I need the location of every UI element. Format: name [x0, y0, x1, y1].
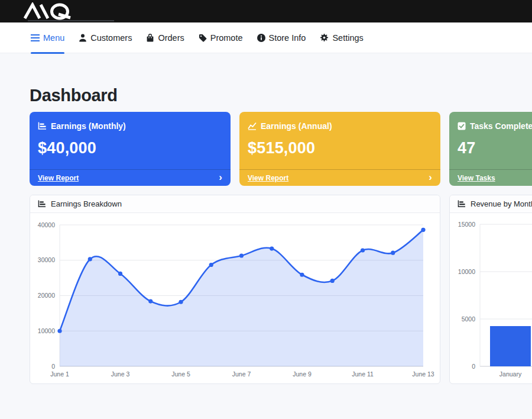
nav-label: Customers: [90, 33, 132, 43]
svg-text:5000: 5000: [462, 315, 476, 323]
line-chart-icon: [248, 122, 257, 130]
person-icon: [79, 34, 87, 42]
bar-chart-icon: [458, 200, 466, 208]
main-nav: Menu Customers Orders Promote Store Info: [0, 22, 532, 53]
earnings-breakdown-card: Earnings Breakdown 010000200003000040000…: [30, 195, 440, 384]
svg-text:June 5: June 5: [171, 370, 190, 378]
stat-card-value: 47: [458, 139, 532, 157]
page-title: Dashboard: [30, 86, 532, 105]
stat-card-title: Tasks Completed: [470, 121, 532, 131]
revenue-by-month-card: Revenue by Month 050001000015000January: [449, 195, 532, 384]
nav-label: Menu: [43, 33, 64, 43]
gear-icon: [320, 33, 329, 42]
tag-icon: [199, 34, 207, 42]
svg-text:June 7: June 7: [232, 370, 251, 378]
svg-text:June 1: June 1: [50, 370, 69, 378]
stat-card-footer: View Report ›: [239, 169, 440, 186]
view-report-link[interactable]: View Report: [248, 174, 288, 182]
brand-logo-icon[interactable]: [22, 2, 82, 20]
svg-text:0: 0: [51, 363, 55, 370]
stat-card-footer: View Tasks ›: [449, 169, 532, 186]
bar-chart-icon: [38, 122, 47, 130]
stat-card-title: Earnings (Annual): [261, 121, 332, 131]
stat-card-footer: View Report ›: [30, 169, 231, 186]
svg-text:June 3: June 3: [111, 370, 130, 378]
chart-card-header: Revenue by Month: [450, 195, 532, 213]
nav-item-store-info[interactable]: Store Info: [257, 22, 306, 53]
top-app-bar: [0, 0, 532, 22]
stat-cards-row: Earnings (Monthly) $40,000 View Report ›…: [30, 112, 532, 186]
hamburger-icon: [31, 34, 40, 41]
earnings-breakdown-chart: 010000200003000040000June 1June 3June 5J…: [30, 213, 440, 383]
svg-text:40000: 40000: [38, 221, 55, 228]
info-icon: [257, 34, 265, 42]
nav-label: Orders: [158, 33, 184, 43]
stat-card-title: Earnings (Monthly): [51, 121, 126, 131]
svg-text:June 13: June 13: [412, 370, 434, 378]
chart-card-header: Earnings Breakdown: [30, 195, 440, 213]
nav-label: Settings: [332, 33, 363, 43]
revenue-by-month-chart: 050001000015000January: [450, 213, 532, 383]
nav-label: Promote: [210, 33, 243, 43]
nav-item-settings[interactable]: Settings: [320, 22, 363, 53]
svg-text:30000: 30000: [38, 256, 55, 263]
logo-underline-divider: [28, 20, 114, 21]
stat-card-earnings-monthly: Earnings (Monthly) $40,000 View Report ›: [30, 112, 231, 186]
svg-text:June 9: June 9: [293, 370, 312, 378]
view-report-link[interactable]: View Report: [38, 174, 79, 182]
bag-icon: [146, 34, 154, 42]
svg-text:10000: 10000: [38, 327, 55, 334]
view-tasks-link[interactable]: View Tasks: [458, 174, 495, 182]
nav-label: Store Info: [269, 33, 306, 43]
nav-item-menu[interactable]: Menu: [31, 22, 64, 53]
nav-item-promote[interactable]: Promote: [199, 22, 243, 53]
chart-title: Revenue by Month: [471, 199, 532, 208]
bar-chart-icon: [38, 200, 46, 208]
nav-item-orders[interactable]: Orders: [146, 22, 184, 53]
svg-text:January: January: [499, 370, 522, 378]
stat-card-value: $40,000: [38, 139, 222, 157]
svg-text:0: 0: [472, 363, 475, 370]
charts-row: Earnings Breakdown 010000200003000040000…: [30, 195, 532, 384]
check-square-icon: [458, 122, 466, 130]
svg-text:10000: 10000: [458, 268, 475, 275]
stat-card-earnings-annual: Earnings (Annual) $515,000 View Report ›: [239, 112, 440, 186]
stat-card-tasks-completed: Tasks Completed 47 View Tasks ›: [449, 112, 532, 186]
svg-text:June 11: June 11: [352, 370, 374, 378]
chevron-right-icon[interactable]: ›: [429, 172, 432, 182]
nav-item-customers[interactable]: Customers: [79, 22, 132, 53]
chevron-right-icon[interactable]: ›: [219, 172, 222, 182]
main-content: Dashboard Earnings (Monthly) $40,000 Vie…: [0, 53, 532, 384]
stat-card-value: $515,000: [248, 139, 432, 157]
svg-text:15000: 15000: [458, 221, 475, 228]
chart-title: Earnings Breakdown: [51, 199, 122, 208]
svg-text:20000: 20000: [38, 292, 55, 299]
